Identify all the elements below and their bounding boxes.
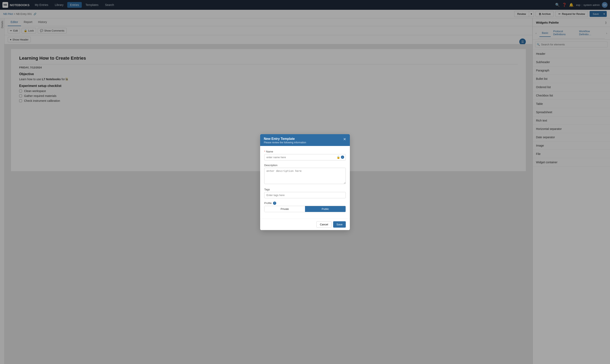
name-required-indicator: * <box>264 150 265 153</box>
name-input[interactable] <box>264 154 346 160</box>
profile-public-button[interactable]: Public <box>305 206 346 212</box>
modal-overlay[interactable]: New Entry Template Please review the fol… <box>0 0 610 364</box>
new-entry-template-modal: New Entry Template Please review the fol… <box>260 134 350 230</box>
tags-field-group: Tags <box>264 188 346 198</box>
modal-footer: Cancel Save <box>260 219 350 230</box>
modal-save-button[interactable]: Save <box>333 221 346 228</box>
description-input[interactable] <box>264 168 346 184</box>
modal-header: New Entry Template Please review the fol… <box>260 134 350 146</box>
modal-close-button[interactable]: ✕ <box>343 137 346 142</box>
modal-subtitle: Please review the following information <box>264 141 306 144</box>
profile-field-group: Profile ? Private Public <box>264 202 346 212</box>
lock-small-icon: 🔒 <box>337 156 340 159</box>
info-icon: i <box>341 156 344 159</box>
modal-cancel-button[interactable]: Cancel <box>316 221 332 228</box>
name-field-group: * Name 🔒 i <box>264 150 346 160</box>
modal-title: New Entry Template <box>264 137 306 141</box>
name-label: Name <box>266 150 273 153</box>
description-label: Description <box>264 164 277 167</box>
profile-toggle: Private Public <box>264 206 346 212</box>
modal-body: * Name 🔒 i Description <box>260 146 350 219</box>
tags-input[interactable] <box>264 192 346 198</box>
tags-label: Tags <box>264 188 270 191</box>
name-input-icons: 🔒 i <box>337 156 344 159</box>
profile-label: Profile <box>264 202 272 205</box>
description-field-group: Description <box>264 164 346 185</box>
profile-private-button[interactable]: Private <box>264 206 305 212</box>
profile-help-icon: ? <box>273 202 276 205</box>
